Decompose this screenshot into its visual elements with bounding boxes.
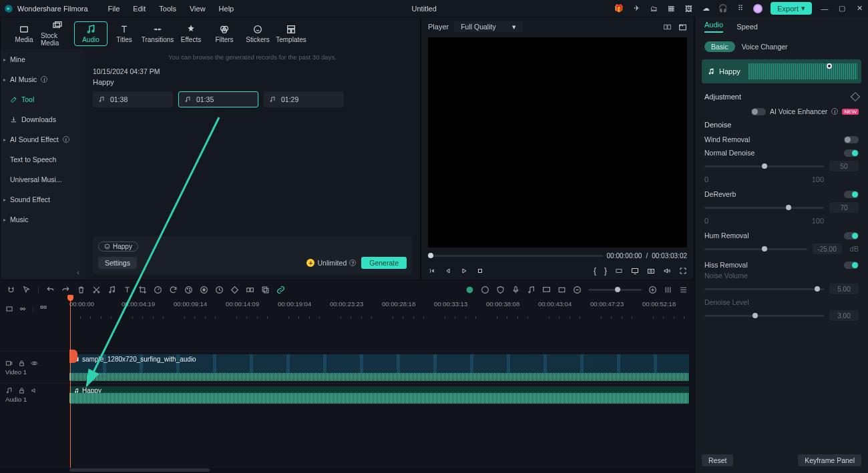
keyframe-diamond-icon[interactable] [851,92,860,101]
rotate-icon[interactable] [169,286,178,294]
hum-removal-value[interactable]: -25.00 [813,244,842,254]
video-track-header[interactable]: Video 1 [0,351,69,383]
timeline-scrollbar[interactable] [0,468,694,473]
menu-edit[interactable]: Edit [133,5,146,13]
audio-clip-1[interactable]: 01:38 [93,91,173,107]
sidebar-item-text-to-speech[interactable]: Text to Speech [1,149,85,169]
mark-out-icon[interactable]: } [604,266,607,276]
shield-icon[interactable] [496,286,505,294]
inspector-tab-audio[interactable]: Audio [704,21,723,33]
menu-file[interactable]: File [108,5,120,13]
crop-icon[interactable] [138,286,147,294]
history-icon[interactable]: 🗂 [649,4,658,13]
tab-templates[interactable]: Templates [274,22,308,45]
headphones-icon[interactable]: 🎧 [718,4,728,13]
mixer-icon[interactable] [664,286,672,294]
mic-icon[interactable] [511,286,520,294]
record-icon[interactable] [200,286,208,294]
redo-icon[interactable] [61,286,70,294]
group-icon[interactable] [246,286,254,294]
sidebar-collapse[interactable]: ‹ [1,265,85,280]
sidebar-item-ai-music[interactable]: ▸AI Musici [1,69,85,89]
track-add-icon[interactable] [5,305,13,313]
sidebar-item-music[interactable]: ▸Music [1,209,85,229]
cut-icon[interactable] [92,286,101,294]
info-icon[interactable]: i [831,108,838,115]
color-icon[interactable] [184,286,193,294]
preview-viewport[interactable] [428,37,687,248]
grid-icon[interactable]: ▦ [666,4,676,13]
menu-view[interactable]: View [190,5,206,13]
quality-select[interactable]: Full Quality▾ [454,21,523,32]
keyframe-icon[interactable] [230,286,239,294]
marker-icon[interactable] [215,286,224,294]
mood-tag[interactable]: Happy [98,242,138,252]
sidebar-item-ai-sound-effect[interactable]: ▸AI Sound Effecti [1,129,85,149]
menu-tools[interactable]: Tools [159,5,176,13]
track-link-icon[interactable] [19,305,27,313]
copy-icon[interactable] [261,286,270,294]
ai-voice-enhancer-toggle[interactable] [751,108,766,115]
timeline-tracks[interactable]: sample_1280x720_surfing_with_audio Happy [69,319,694,468]
delete-icon[interactable] [77,286,85,294]
zoom-slider[interactable] [588,289,642,291]
audio-beat-icon[interactable] [107,286,116,294]
avatar[interactable] [753,4,763,13]
apps-icon[interactable]: ⠿ [736,4,745,13]
tab-effects[interactable]: Effects [174,22,208,45]
selected-audio-card[interactable]: Happy [702,59,861,83]
render-icon[interactable] [558,286,566,294]
subtab-basic[interactable]: Basic [704,41,735,52]
denoise-level-slider[interactable] [704,315,824,317]
timeline-ruler[interactable]: 00:00:0000:00:04:1900:00:09:1400:00:14:0… [69,299,694,319]
video-clip[interactable]: sample_1280x720_surfing_with_audio [69,354,689,381]
normal-denoise-value[interactable]: 50 [829,161,859,171]
prev-frame-icon[interactable] [428,267,436,275]
volume-icon[interactable] [31,387,38,394]
dereverb-toggle[interactable] [844,191,859,198]
music-icon[interactable] [527,286,535,294]
sidebar-item-mine[interactable]: ▸Mine [1,49,85,69]
lock-icon[interactable] [18,387,25,394]
play-icon[interactable] [460,267,468,275]
noise-volume-slider[interactable] [704,288,824,290]
close-button[interactable]: ✕ [855,4,864,13]
magnet-icon[interactable] [7,286,15,294]
sidebar-item-tool[interactable]: Tool [1,89,85,109]
undo-icon[interactable] [46,286,55,294]
noise-volume-value[interactable]: 5.00 [829,284,859,294]
sidebar-item-downloads[interactable]: Downloads [1,109,85,129]
normal-denoise-toggle[interactable] [844,149,859,157]
track-settings-icon[interactable] [39,305,47,313]
play-backward-icon[interactable] [444,267,452,275]
tab-stickers[interactable]: Stickers [241,22,274,45]
hum-removal-toggle[interactable] [844,232,859,240]
tab-audio[interactable]: Audio [74,21,107,46]
volume-icon[interactable] [663,267,671,275]
dereverb-slider[interactable] [704,207,824,209]
inspector-tab-speed[interactable]: Speed [736,23,758,31]
compare-icon[interactable] [663,23,672,31]
sidebar-item-sound-effect[interactable]: ▸Sound Effect [1,189,85,209]
settings-button[interactable]: Settings [98,257,137,269]
tab-stock-media[interactable]: Stock Media [41,18,74,49]
hum-removal-slider[interactable] [704,248,807,250]
gift-icon[interactable]: 🎁 [614,4,624,13]
cursor-icon[interactable] [22,286,31,294]
snapshot-icon[interactable] [678,23,687,31]
audio-clip-2[interactable]: 01:35 [178,91,258,107]
hiss-removal-toggle[interactable] [844,262,859,269]
seek-bar[interactable] [428,255,603,257]
mute-icon[interactable] [31,360,38,367]
wind-removal-toggle[interactable] [844,136,859,143]
send-icon[interactable]: ✈ [632,4,641,13]
stop-icon[interactable] [476,267,484,275]
playhead[interactable] [70,299,71,468]
zoom-out-icon[interactable] [573,286,582,294]
cloud-icon[interactable]: ☁ [701,4,710,13]
minimize-button[interactable]: — [820,4,829,13]
link-icon[interactable] [276,286,285,294]
display-icon[interactable] [631,267,639,275]
keyframe-panel-button[interactable]: Keyframe Panel [798,454,861,466]
tab-media[interactable]: Media [7,22,41,45]
